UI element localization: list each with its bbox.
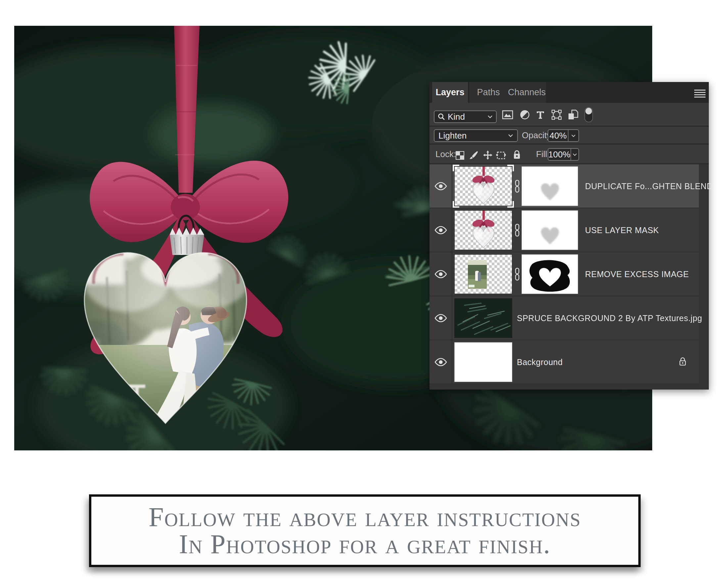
lock-transparency-icon[interactable] bbox=[454, 149, 466, 161]
layer-mask-thumbnail-faint-heart[interactable] bbox=[521, 210, 578, 250]
chevron-down-icon bbox=[571, 134, 576, 137]
layer-thumbnail-ornament[interactable] bbox=[454, 210, 512, 250]
layer-row-remove-excess-image[interactable]: REMOVE EXCESS IMAGE bbox=[430, 252, 699, 296]
tab-layers[interactable]: Layers bbox=[432, 82, 468, 103]
mask-link-icon[interactable] bbox=[513, 252, 521, 296]
layer-thumbnail-ornament[interactable] bbox=[454, 166, 512, 206]
chevron-down-icon bbox=[572, 153, 577, 156]
search-icon bbox=[438, 113, 445, 120]
lock-row: Lock: Fill: 100% bbox=[430, 144, 709, 164]
smart-object-filter-icon[interactable] bbox=[567, 109, 579, 121]
visibility-eye-icon[interactable] bbox=[430, 296, 452, 340]
filter-toggle-switch[interactable] bbox=[584, 107, 594, 123]
chevron-down-icon bbox=[488, 115, 493, 118]
adjustment-layer-filter-icon[interactable] bbox=[519, 109, 531, 121]
layer-row-use-layer-mask[interactable]: USE LAYER MASK bbox=[430, 208, 699, 252]
blend-mode-dropdown[interactable]: Lighten bbox=[434, 129, 518, 142]
caption-line-1: Follow the above layer instructions bbox=[149, 504, 581, 531]
background-lock-icon bbox=[679, 357, 687, 368]
blend-mode-value: Lighten bbox=[438, 131, 467, 141]
photoshop-layers-panel: Layers Paths Channels Kind bbox=[430, 82, 709, 390]
visibility-eye-icon[interactable] bbox=[430, 252, 452, 296]
blend-row: Lighten Opacity: 40% bbox=[430, 127, 709, 144]
tab-channels[interactable]: Channels bbox=[508, 82, 546, 103]
visibility-eye-icon[interactable] bbox=[430, 208, 452, 252]
opacity-input[interactable]: 40% bbox=[548, 129, 579, 142]
shape-layer-filter-icon[interactable] bbox=[551, 109, 563, 121]
layer-row-duplicate-lighten-blend[interactable]: DUPLICATE Fo...GHTEN BLEND bbox=[430, 164, 699, 208]
layer-name: USE LAYER MASK bbox=[585, 225, 659, 235]
layer-thumbnail-couple-photo[interactable] bbox=[454, 254, 512, 294]
layer-name: Background bbox=[517, 357, 563, 367]
fill-value: 100% bbox=[548, 149, 571, 160]
tab-group-inactive: Paths Channels bbox=[469, 82, 546, 103]
lock-all-icon[interactable] bbox=[511, 149, 523, 161]
layer-name: DUPLICATE Fo...GHTEN BLEND bbox=[585, 181, 713, 191]
layer-thumbnail-white[interactable] bbox=[454, 342, 512, 382]
layer-row-spruce-background[interactable]: SPRUCE BACKGROUND 2 By ATP Textures.jpg bbox=[430, 296, 699, 340]
panel-tab-strip: Layers Paths Channels bbox=[430, 82, 709, 103]
tab-paths[interactable]: Paths bbox=[469, 82, 508, 103]
layer-list: DUPLICATE Fo...GHTEN BLEND bbox=[430, 164, 699, 384]
caption-line-2: In Photoshop for a great finish. bbox=[179, 531, 551, 558]
chevron-down-icon bbox=[508, 134, 513, 137]
lock-position-icon[interactable] bbox=[482, 149, 494, 161]
couple-photo-mini bbox=[468, 260, 487, 289]
panel-menu-icon[interactable] bbox=[694, 88, 705, 97]
kind-filter-label: Kind bbox=[448, 112, 465, 122]
layer-name: SPRUCE BACKGROUND 2 By ATP Textures.jpg bbox=[517, 313, 702, 323]
visibility-eye-icon[interactable] bbox=[430, 164, 452, 208]
lock-artboard-icon[interactable] bbox=[495, 149, 507, 161]
mask-link-icon[interactable] bbox=[513, 164, 521, 208]
lock-paint-icon[interactable] bbox=[468, 149, 480, 161]
layer-mask-thumbnail-heart-cutout[interactable] bbox=[521, 254, 578, 294]
opacity-value: 40% bbox=[548, 131, 568, 141]
fill-input[interactable]: 100% bbox=[548, 148, 579, 161]
mask-link-icon[interactable] bbox=[513, 208, 521, 252]
fill-dropdown-arrow[interactable] bbox=[571, 149, 579, 160]
layer-row-background[interactable]: Background bbox=[430, 340, 699, 384]
opacity-dropdown-arrow[interactable] bbox=[568, 130, 578, 141]
layer-thumbnail-spruce[interactable] bbox=[454, 298, 512, 338]
pixel-layer-filter-icon[interactable] bbox=[502, 109, 514, 121]
layer-name: REMOVE EXCESS IMAGE bbox=[585, 269, 689, 279]
kind-filter-dropdown[interactable]: Kind bbox=[434, 110, 497, 123]
layer-mask-thumbnail-faint-heart[interactable] bbox=[521, 166, 578, 206]
lock-label: Lock: bbox=[436, 149, 456, 159]
filter-row: Kind bbox=[430, 103, 709, 127]
visibility-eye-icon[interactable] bbox=[430, 340, 452, 384]
instruction-caption-box: Follow the above layer instructions In P… bbox=[89, 494, 641, 567]
type-layer-filter-icon[interactable] bbox=[535, 109, 546, 121]
